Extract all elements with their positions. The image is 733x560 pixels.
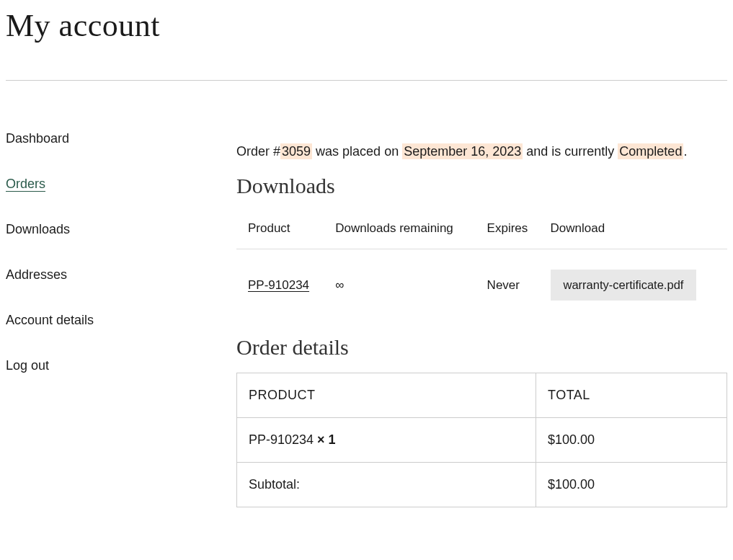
order-summary-placed: was placed on [312,144,402,159]
order-details-line-item: PP-910234 × 1 $100.00 [237,418,727,463]
order-status: Completed [618,143,683,159]
downloads-heading: Downloads [236,174,727,198]
order-summary-prefix: Order # [236,144,280,159]
main-content: Order #3059 was placed on September 16, … [236,131,727,507]
order-details-heading: Order details [236,335,727,360]
order-details-table: PRODUCT TOTAL PP-910234 × 1 $100.00 Subt… [236,373,727,507]
downloads-header-product: Product [236,211,328,249]
sidebar-item-addresses[interactable]: Addresses [6,267,208,283]
line-item-qty: × 1 [317,432,336,447]
divider [6,80,727,81]
subtotal-value: $100.00 [536,463,727,507]
downloads-remaining-value: ∞ [335,278,344,292]
download-file-button[interactable]: warranty-certificate.pdf [551,270,697,301]
order-number: 3059 [280,143,312,159]
order-details-header-total: TOTAL [536,373,727,418]
order-summary-suffix: . [683,144,687,159]
sidebar-item-dashboard[interactable]: Dashboard [6,131,208,146]
order-details-subtotal-row: Subtotal: $100.00 [237,463,727,507]
sidebar-item-log-out[interactable]: Log out [6,358,208,373]
order-summary: Order #3059 was placed on September 16, … [236,144,727,159]
sidebar-item-downloads[interactable]: Downloads [6,222,208,237]
order-date: September 16, 2023 [402,143,523,159]
page-title: My account [6,7,727,44]
sidebar-item-orders[interactable]: Orders [6,177,208,192]
line-item-name: PP-910234 [249,432,317,447]
download-product-link[interactable]: PP-910234 [248,278,309,292]
order-details-header-product: PRODUCT [237,373,536,418]
downloads-row: PP-910234 ∞ Never warranty-certificate.p… [236,249,727,321]
downloads-header-download: Download [543,211,728,249]
downloads-header-expires: Expires [480,211,543,249]
sidebar-item-account-details[interactable]: Account details [6,313,208,328]
downloads-expires-value: Never [487,278,520,292]
line-item-total: $100.00 [536,418,727,463]
downloads-header-remaining: Downloads remaining [328,211,479,249]
account-sidebar: Dashboard Orders Downloads Addresses Acc… [6,131,208,507]
downloads-table: Product Downloads remaining Expires Down… [236,211,727,321]
order-summary-currently: and is currently [523,144,618,159]
subtotal-label: Subtotal: [237,463,536,507]
